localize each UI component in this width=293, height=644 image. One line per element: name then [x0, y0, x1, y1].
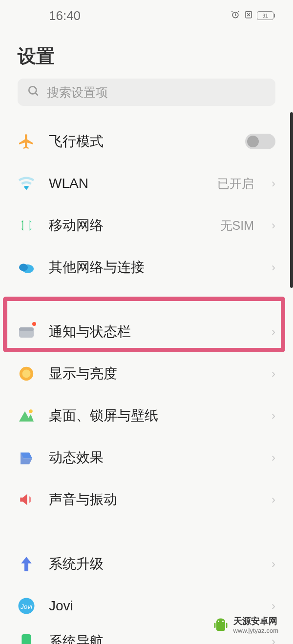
wifi-icon	[18, 175, 35, 192]
chevron-icon: ›	[272, 409, 275, 423]
alarm-icon	[230, 10, 240, 21]
wlan-label: WLAN	[49, 176, 204, 191]
airplane-icon	[18, 133, 35, 150]
status-bar: 16:40 91	[0, 0, 293, 29]
search-bar[interactable]: 搜索设置项	[18, 79, 275, 106]
watermark-url: www.jytyaz.com	[233, 627, 278, 634]
battery-icon: 91	[257, 11, 273, 20]
svg-point-4	[19, 264, 28, 271]
watermark-name: 天源安卓网	[233, 615, 278, 627]
cloud-icon	[18, 259, 35, 276]
setting-item-other-network[interactable]: 其他网络与连接 ›	[18, 246, 275, 288]
scrollbar[interactable]	[290, 112, 293, 288]
up-arrow-icon	[18, 555, 35, 573]
airplane-toggle[interactable]	[245, 134, 275, 149]
svg-point-8	[22, 370, 31, 378]
notification-icon	[18, 323, 35, 341]
display-label: 显示与亮度	[49, 364, 258, 383]
svg-point-13	[218, 621, 219, 622]
svg-rect-6	[19, 327, 34, 331]
chevron-icon: ›	[272, 599, 275, 613]
notification-label: 通知与状态栏	[49, 322, 258, 341]
search-icon	[27, 85, 40, 100]
chevron-icon: ›	[272, 635, 275, 644]
effects-label: 动态效果	[49, 448, 258, 467]
status-time: 16:40	[20, 8, 81, 23]
chevron-icon: ›	[272, 177, 275, 190]
svg-text:Jovi: Jovi	[20, 603, 33, 610]
svg-point-2	[29, 86, 36, 94]
watermark: 天源安卓网 www.jytyaz.com	[212, 615, 278, 634]
svg-rect-16	[226, 623, 227, 628]
android-icon	[212, 616, 230, 634]
setting-item-mobile[interactable]: 移动网络 无SIM ›	[18, 204, 275, 246]
jovi-label: Jovi	[49, 598, 258, 614]
setting-item-notification[interactable]: 通知与状态栏 ›	[18, 311, 275, 353]
mobile-value: 无SIM	[220, 218, 254, 234]
chevron-icon: ›	[272, 451, 275, 464]
page-title: 设置	[0, 29, 293, 79]
sound-label: 声音与振动	[49, 490, 258, 509]
status-icons: 91	[230, 10, 273, 21]
search-placeholder: 搜索设置项	[47, 84, 108, 101]
setting-item-sound[interactable]: 声音与振动 ›	[18, 479, 275, 521]
other-network-label: 其他网络与连接	[49, 258, 258, 277]
effects-icon	[18, 449, 35, 466]
svg-point-9	[29, 409, 33, 413]
setting-item-update[interactable]: 系统升级 ›	[18, 543, 275, 585]
airplane-label: 飞行模式	[49, 132, 231, 151]
svg-rect-12	[21, 634, 31, 644]
setting-group-network: 飞行模式 WLAN 已开启 › 移动网络 无SIM › 其他网络与连接 ›	[18, 121, 275, 288]
speaker-icon	[18, 491, 35, 508]
setting-group-display: 通知与状态栏 › 显示与亮度 › 桌面、锁屏与壁纸 › 动态效果 ›	[18, 311, 275, 521]
setting-item-display[interactable]: 显示与亮度 ›	[18, 353, 275, 395]
wlan-value: 已开启	[217, 176, 254, 192]
mountain-icon	[18, 407, 35, 424]
phone-icon	[18, 633, 35, 644]
chevron-icon: ›	[272, 261, 275, 274]
setting-item-airplane[interactable]: 飞行模式	[18, 121, 275, 162]
update-label: 系统升级	[49, 555, 258, 573]
desktop-label: 桌面、锁屏与壁纸	[49, 406, 258, 425]
setting-item-effects[interactable]: 动态效果 ›	[18, 437, 275, 479]
chevron-icon: ›	[272, 557, 275, 571]
setting-item-wlan[interactable]: WLAN 已开启 ›	[18, 162, 275, 204]
chevron-icon: ›	[272, 493, 275, 506]
chevron-icon: ›	[272, 219, 275, 232]
jovi-icon: Jovi	[18, 597, 35, 615]
svg-rect-15	[214, 623, 215, 628]
no-sim-icon	[244, 10, 253, 21]
mobile-label: 移动网络	[49, 216, 207, 235]
setting-item-desktop[interactable]: 桌面、锁屏与壁纸 ›	[18, 395, 275, 437]
svg-point-14	[222, 621, 224, 622]
mobile-data-icon	[18, 217, 35, 234]
chevron-icon: ›	[272, 325, 275, 339]
sun-icon	[18, 365, 35, 382]
chevron-icon: ›	[272, 367, 275, 381]
settings-list: 飞行模式 WLAN 已开启 › 移动网络 无SIM › 其他网络与连接 ›	[0, 121, 293, 644]
